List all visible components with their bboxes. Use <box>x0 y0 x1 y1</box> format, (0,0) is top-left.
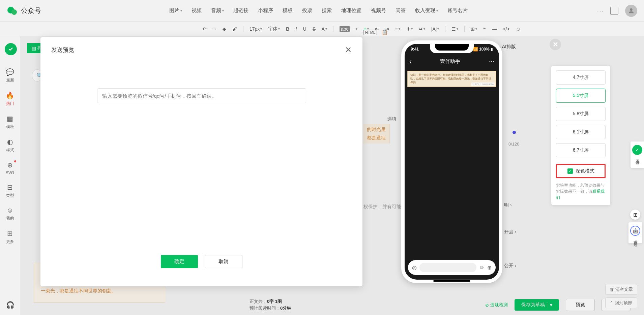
phone-emoji-icon[interactable]: ☺ <box>479 264 485 271</box>
preview-recipient-input[interactable] <box>97 88 306 103</box>
phone-home-indicator <box>433 280 470 282</box>
cancel-button[interactable]: 取消 <box>205 255 242 268</box>
toolbox-button[interactable]: ✓ 工具箱 ← <box>631 141 644 168</box>
modal-title: 发送预览 <box>51 46 74 54</box>
phone-time: 9:41 <box>411 47 419 52</box>
phone-signal: 📶 100% ▮ <box>473 47 493 52</box>
dark-mode-toggle[interactable]: ✓ 深色模式 <box>556 164 606 178</box>
phone-input-bar: ◎ ☺ ⊕ <box>408 260 496 275</box>
preview-close-icon[interactable]: ✕ <box>550 39 561 50</box>
size-4-7[interactable]: 4.7寸屏 <box>556 70 606 85</box>
phone-preview: 9:41 📶 100% ▮ ‹ 壹伴助手 ⋯ 知识，是一种心灵的旅行。在这段漫的… <box>401 40 502 283</box>
size-6-1[interactable]: 6.1寸屏 <box>556 125 606 139</box>
phone-more-icon[interactable]: ⋯ <box>489 58 494 65</box>
phone-text-input[interactable] <box>419 263 476 272</box>
phone-article-preview: 知识，是一种心灵的旅行。在这段漫的时光里，我超见了不同的自己，也超见了世界的无限… <box>407 71 496 87</box>
size-6-7[interactable]: 6.7寸屏 <box>556 143 606 157</box>
robot-icon: 🤖 <box>630 226 640 236</box>
right-float-panel: ✓ 工具箱 ← <box>631 141 644 168</box>
lab-note: 实验室功能，若预览效果与实际效果不一致，请联系我们 <box>556 182 606 200</box>
phone-nav-title: 壹伴助手 <box>440 58 460 65</box>
phone-nav-bar: ‹ 壹伴助手 ⋯ <box>405 55 499 68</box>
screen-size-panel: 4.7寸屏 5.5寸屏 5.8寸屏 6.1寸屏 6.7寸屏 ✓ 深色模式 实验室… <box>551 66 610 205</box>
size-5-8[interactable]: 5.8寸屏 <box>556 107 606 121</box>
checkbox-checked-icon: ✓ <box>567 168 573 174</box>
toolbox-icon: ✓ <box>632 145 642 155</box>
size-5-5[interactable]: 5.5寸屏 <box>556 89 606 103</box>
feedback-button[interactable]: 🤖 遇到问题 <box>628 222 642 243</box>
phone-back-icon[interactable]: ‹ <box>409 58 411 65</box>
modal-close-icon[interactable]: ✕ <box>345 45 352 55</box>
grid-app-icon[interactable]: ⊞ <box>630 210 640 220</box>
phone-plus-icon[interactable]: ⊕ <box>487 264 492 271</box>
confirm-button[interactable]: 确定 <box>161 255 198 268</box>
send-preview-modal: 发送预览 ✕ 确定 取消 <box>40 37 362 286</box>
phone-voice-icon[interactable]: ◎ <box>412 264 417 271</box>
